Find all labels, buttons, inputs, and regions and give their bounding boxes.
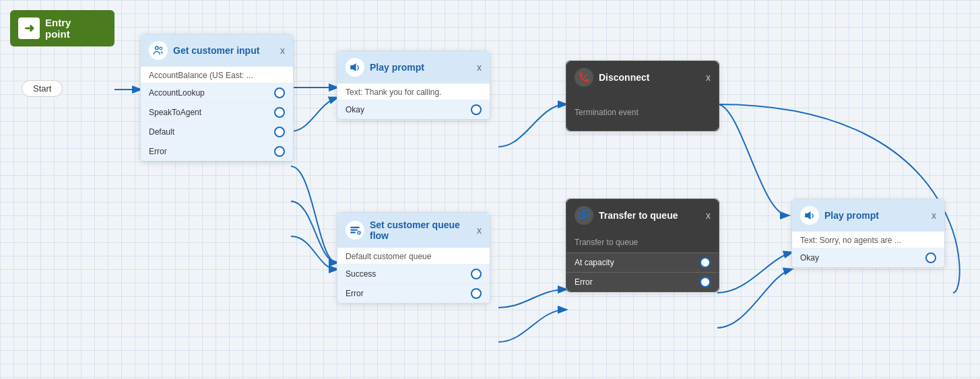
port-at-capacity[interactable]: At capacity [566, 252, 719, 272]
disconnect-header: Disconnect x [566, 61, 719, 94]
svg-rect-5 [350, 232, 356, 233]
port-default[interactable]: Default [141, 122, 293, 141]
play-prompt-2-header: Play prompt x [792, 199, 944, 232]
svg-marker-12 [805, 211, 810, 219]
svg-rect-8 [579, 213, 585, 219]
port-dot-error-scqf [471, 288, 482, 299]
set-customer-queue-flow-title: Set customer queue flow [370, 219, 471, 241]
port-dot-account-lookup [274, 88, 285, 98]
get-customer-input-subtitle: AccountBalance (US East: ... [141, 67, 293, 83]
transfer-to-queue-title: Transfer to queue [599, 210, 700, 221]
set-customer-queue-flow-icon-wrap [346, 221, 364, 240]
disconnect-node: Disconnect x Termination event [566, 61, 719, 131]
port-error-gci[interactable]: Error [141, 141, 293, 161]
svg-marker-2 [350, 63, 356, 71]
svg-rect-4 [350, 230, 358, 231]
play-prompt-2-title: Play prompt [824, 210, 926, 221]
play-prompt-2-close[interactable]: x [932, 210, 936, 221]
disconnect-title: Disconnect [599, 72, 700, 83]
transfer-to-queue-close[interactable]: x [706, 210, 711, 221]
sound-icon-1 [349, 61, 361, 73]
get-customer-input-header: Get customer input x [141, 34, 293, 67]
entry-point-subtitle: point [45, 28, 70, 40]
port-dot-okay-pp2 [925, 252, 936, 263]
play-prompt-2-node: Play prompt x Text: Sorry, no agents are… [791, 199, 945, 268]
disconnect-subtitle: Termination event [575, 108, 639, 117]
transfer-icon: + [578, 209, 590, 221]
port-dot-error-ttq [700, 277, 711, 287]
port-okay-pp1[interactable]: Okay [337, 100, 490, 119]
get-customer-input-title: Get customer input [173, 45, 275, 56]
port-dot-default [274, 127, 285, 137]
start-label: Start [22, 80, 63, 97]
queue-icon [349, 224, 361, 236]
get-customer-input-node: Get customer input x AccountBalance (US … [140, 34, 294, 162]
transfer-to-queue-subtitle: Transfer to queue [575, 238, 638, 247]
play-prompt-2-subtitle: Text: Sorry, no agents are ... [792, 232, 944, 248]
port-dot-success-scqf [471, 269, 482, 279]
transfer-to-queue-icon-wrap: + [575, 206, 593, 225]
svg-point-0 [156, 46, 159, 50]
port-dot-at-capacity [700, 257, 711, 268]
sound-icon-2 [804, 209, 816, 221]
set-customer-queue-flow-header: Set customer queue flow x [337, 213, 490, 248]
transfer-to-queue-node: + Transfer to queue x Transfer to queue … [566, 199, 719, 292]
port-success-scqf[interactable]: Success [337, 264, 490, 283]
play-prompt-1-node: Play prompt x Text: Thank you for callin… [337, 50, 490, 120]
set-customer-queue-flow-node: Set customer queue flow x Default custom… [337, 212, 490, 304]
play-prompt-1-header: Play prompt x [337, 51, 490, 83]
port-error-scqf[interactable]: Error [337, 283, 490, 303]
svg-rect-3 [350, 227, 360, 228]
port-dot-speak-to-agent [274, 107, 285, 118]
play-prompt-2-icon-wrap [800, 206, 819, 225]
entry-point-title: Entry [45, 17, 71, 28]
get-customer-input-close[interactable]: x [280, 45, 285, 56]
port-okay-pp2[interactable]: Okay [792, 248, 944, 267]
entry-point-node: ➜ Entry point [10, 10, 115, 46]
set-customer-queue-flow-close[interactable]: x [477, 225, 482, 236]
play-prompt-1-icon-wrap [346, 58, 364, 77]
transfer-to-queue-header: + Transfer to queue x [566, 199, 719, 232]
port-account-lookup[interactable]: AccountLookup [141, 83, 293, 102]
port-dot-okay-pp1 [471, 104, 482, 115]
port-dot-error-gci [274, 146, 285, 157]
play-prompt-1-title: Play prompt [370, 62, 471, 73]
svg-point-1 [160, 47, 162, 50]
set-customer-queue-flow-subtitle: Default customer queue [337, 248, 490, 264]
disconnect-icon-wrap [575, 68, 593, 87]
entry-point-icon: ➜ [18, 18, 40, 39]
get-customer-input-icon-wrap [149, 41, 168, 60]
play-prompt-1-close[interactable]: x [477, 62, 482, 73]
port-speak-to-agent[interactable]: SpeakToAgent [141, 102, 293, 122]
play-prompt-1-subtitle: Text: Thank you for calling. [337, 83, 490, 100]
phone-disconnect-icon [578, 71, 590, 83]
disconnect-close[interactable]: x [706, 72, 711, 83]
port-error-ttq[interactable]: Error [566, 272, 719, 291]
people-icon [152, 44, 164, 57]
svg-text:+: + [585, 211, 588, 215]
